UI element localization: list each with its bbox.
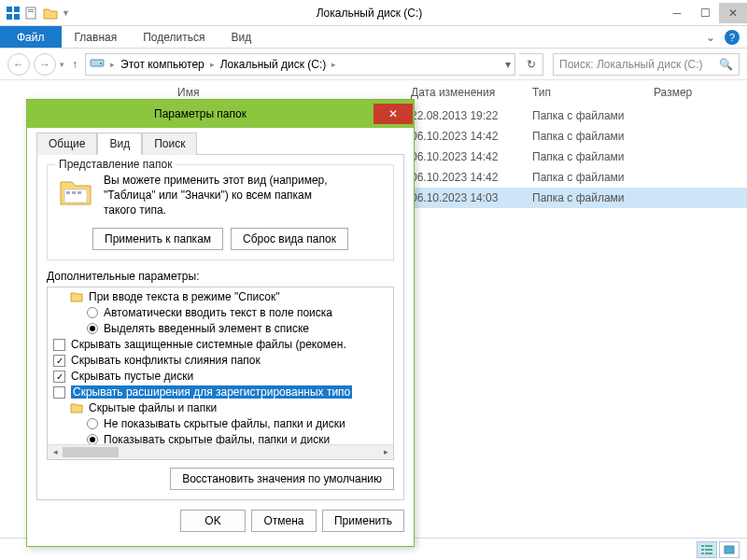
apply-button[interactable]: Применить <box>322 510 404 532</box>
close-button[interactable]: ✕ <box>719 3 747 23</box>
ok-button[interactable]: OK <box>180 510 246 532</box>
table-row[interactable]: 06.10.2023 14:03Папка с файлами <box>411 188 747 208</box>
chevron-right-icon[interactable]: ▸ <box>110 60 115 69</box>
advanced-settings-tree[interactable]: При вводе текста в режиме "Список" Автом… <box>47 287 394 460</box>
tree-option[interactable]: ✓ Скрывать конфликты слияния папок <box>48 353 393 369</box>
folder-icon[interactable] <box>43 6 58 21</box>
col-name[interactable]: Имя <box>177 86 411 99</box>
scroll-right-icon[interactable]: ▸ <box>378 445 393 459</box>
address-dropdown-icon[interactable]: ▾ <box>505 58 511 71</box>
svg-rect-0 <box>7 7 12 12</box>
svg-rect-17 <box>66 191 70 194</box>
col-size[interactable]: Размер <box>654 86 728 99</box>
app-icon <box>6 6 21 21</box>
advanced-settings-label: Дополнительные параметры: <box>47 270 394 283</box>
radio-icon[interactable] <box>87 323 98 334</box>
group-title: Представление папок <box>55 158 176 171</box>
folder-icon <box>70 401 83 414</box>
window-titlebar: ▼ Локальный диск (C:) ─ ☐ ✕ <box>0 0 747 26</box>
folder-icon <box>70 290 83 303</box>
tree-option[interactable]: Выделять введенный элемент в списке <box>48 321 393 337</box>
tree-option[interactable]: Автоматически вводить текст в поле поиск… <box>48 305 393 321</box>
drive-icon <box>90 55 105 73</box>
svg-rect-12 <box>705 549 712 551</box>
refresh-button[interactable]: ↻ <box>519 53 543 76</box>
back-button[interactable]: ← <box>7 53 30 76</box>
group-description: Вы можете применить этот вид (например, … <box>104 173 328 218</box>
svg-rect-4 <box>26 7 35 19</box>
minimize-button[interactable]: ─ <box>663 3 691 23</box>
recent-dropdown-icon[interactable]: ▾ <box>60 60 64 69</box>
svg-rect-1 <box>14 7 20 12</box>
svg-rect-6 <box>28 11 34 12</box>
icons-view-button[interactable] <box>719 541 740 558</box>
tab-panel: Представление папок Вы можете применить … <box>36 154 404 500</box>
tab-search[interactable]: Поиск <box>142 133 197 155</box>
radio-icon[interactable] <box>87 307 98 318</box>
up-button[interactable]: ↑ <box>68 58 81 71</box>
svg-rect-18 <box>72 191 76 194</box>
restore-defaults-button[interactable]: Восстановить значения по умолчанию <box>170 468 394 490</box>
ribbon-view-tab[interactable]: Вид <box>218 26 264 48</box>
chevron-right-icon[interactable]: ▸ <box>210 60 215 69</box>
col-type[interactable]: Тип <box>532 86 654 99</box>
search-icon: 🔍 <box>719 58 733 71</box>
ribbon-home-tab[interactable]: Главная <box>62 26 131 48</box>
folder-options-dialog: Параметры папок ✕ Общие Вид Поиск Предст… <box>26 99 415 547</box>
quick-access-toolbar: ▼ <box>0 6 76 21</box>
breadcrumb-computer[interactable]: Этот компьютер <box>120 58 204 71</box>
table-row[interactable]: 06.10.2023 14:42Папка с файлами <box>411 126 747 147</box>
properties-icon[interactable] <box>24 6 39 21</box>
table-row[interactable]: 06.10.2023 14:42Папка с файлами <box>411 147 747 167</box>
svg-rect-5 <box>28 9 34 10</box>
expand-ribbon-icon[interactable]: ⌄ <box>706 31 715 44</box>
help-icon[interactable]: ? <box>725 30 740 45</box>
search-input[interactable]: Поиск: Локальный диск (C:) 🔍 <box>553 53 740 76</box>
window-title: Локальный диск (C:) <box>76 7 663 20</box>
reset-folders-button[interactable]: Сброс вида папок <box>231 228 348 250</box>
scroll-left-icon[interactable]: ◂ <box>48 445 63 459</box>
dialog-titlebar[interactable]: Параметры папок ✕ <box>27 100 414 128</box>
table-row[interactable]: 22.08.2013 19:22Папка с файлами <box>411 105 747 126</box>
tab-general[interactable]: Общие <box>36 133 97 155</box>
breadcrumb-bar[interactable]: ▸ Этот компьютер ▸ Локальный диск (C:) ▸… <box>85 53 515 76</box>
svg-rect-2 <box>7 14 12 20</box>
ribbon-file-tab[interactable]: Файл <box>0 26 62 48</box>
qat-dropdown-icon[interactable]: ▼ <box>62 8 70 18</box>
tree-option[interactable]: ✓ Скрывать пустые диски <box>48 369 393 385</box>
folder-views-group: Представление папок Вы можете применить … <box>47 164 394 260</box>
details-view-button[interactable] <box>697 541 717 558</box>
tree-option-selected[interactable]: Скрывать расширения для зарегистрированн… <box>48 385 393 400</box>
checkbox-icon[interactable]: ✓ <box>53 371 65 383</box>
chevron-right-icon[interactable]: ▸ <box>331 60 336 69</box>
svg-rect-14 <box>705 553 712 554</box>
forward-button[interactable]: → <box>34 53 56 76</box>
svg-rect-3 <box>14 14 20 20</box>
apply-to-folders-button[interactable]: Применить к папкам <box>92 228 223 250</box>
scroll-thumb[interactable] <box>63 447 119 457</box>
search-placeholder: Поиск: Локальный диск (C:) <box>559 58 719 71</box>
col-date[interactable]: Дата изменения <box>411 86 532 99</box>
svg-rect-19 <box>78 191 81 194</box>
cancel-button[interactable]: Отмена <box>251 510 317 532</box>
ribbon-share-tab[interactable]: Поделиться <box>130 26 218 48</box>
address-bar: ← → ▾ ↑ ▸ Этот компьютер ▸ Локальный дис… <box>0 49 747 80</box>
svg-rect-15 <box>725 546 734 553</box>
checkbox-icon[interactable] <box>53 339 65 351</box>
checkbox-icon[interactable]: ✓ <box>53 355 65 367</box>
tab-view[interactable]: Вид <box>97 133 142 155</box>
svg-rect-11 <box>701 549 704 551</box>
horizontal-scrollbar[interactable]: ◂ ▸ <box>48 444 393 459</box>
dialog-title: Параметры папок <box>27 107 374 120</box>
breadcrumb-drive[interactable]: Локальный диск (C:) <box>220 58 327 71</box>
ribbon: Файл Главная Поделиться Вид ⌄ ? <box>0 26 747 49</box>
table-row[interactable]: 06.10.2023 14:42Папка с файлами <box>411 167 747 188</box>
tree-option[interactable]: Скрывать защищенные системные файлы (рек… <box>48 337 393 353</box>
tree-option[interactable]: Не показывать скрытые файлы, папки и дис… <box>48 416 393 432</box>
dialog-close-button[interactable]: ✕ <box>374 104 413 124</box>
tree-group: При вводе текста в режиме "Список" <box>48 289 393 305</box>
checkbox-icon[interactable] <box>53 386 65 399</box>
dialog-buttons: OK Отмена Применить <box>36 510 404 532</box>
maximize-button[interactable]: ☐ <box>691 3 719 23</box>
radio-icon[interactable] <box>87 418 98 429</box>
